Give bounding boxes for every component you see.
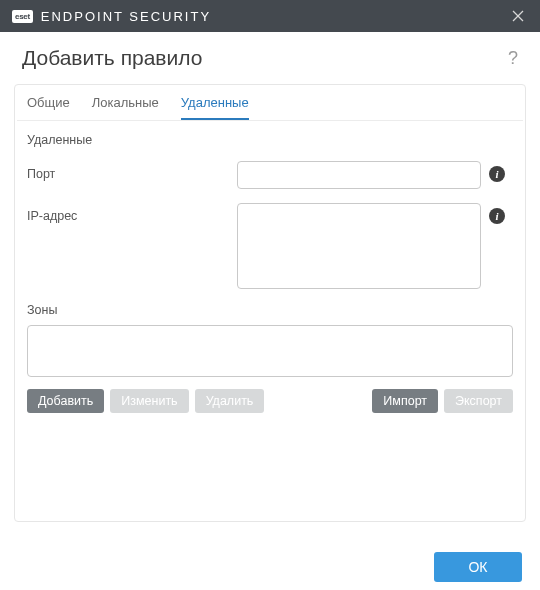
main-panel: Общие Локальные Удаленные Удаленные Порт… [14,84,526,522]
zones-listbox[interactable] [27,325,513,377]
close-icon[interactable] [506,4,530,28]
info-icon[interactable]: i [489,166,505,182]
zone-buttons: Добавить Изменить Удалить Импорт Экспорт [27,389,513,413]
zones-label: Зоны [27,303,513,317]
ip-label: IP-адрес [27,203,237,223]
brand: eset ENDPOINT SECURITY [12,9,211,24]
dialog-header: Добавить правило ? [0,32,540,78]
product-name: ENDPOINT SECURITY [41,9,211,24]
tab-local[interactable]: Локальные [92,95,159,120]
ok-button[interactable]: ОК [434,552,522,582]
dialog-footer: ОК [0,522,540,590]
ip-input[interactable] [237,203,481,289]
export-button: Экспорт [444,389,513,413]
page-title: Добавить правило [22,46,202,70]
port-label: Порт [27,161,237,181]
brand-logo: eset [12,10,33,23]
add-button[interactable]: Добавить [27,389,104,413]
tab-general[interactable]: Общие [27,95,70,120]
tab-remote[interactable]: Удаленные [181,95,249,120]
help-icon[interactable]: ? [508,48,518,69]
tabs: Общие Локальные Удаленные [15,85,525,120]
delete-button: Удалить [195,389,265,413]
port-row: Порт i [27,161,513,189]
ip-row: IP-адрес i [27,203,513,289]
import-button[interactable]: Импорт [372,389,438,413]
info-icon[interactable]: i [489,208,505,224]
section-title: Удаленные [27,133,513,147]
port-input[interactable] [237,161,481,189]
edit-button: Изменить [110,389,188,413]
remote-section: Удаленные Порт i IP-адрес i Зоны Добавит… [15,121,525,413]
titlebar: eset ENDPOINT SECURITY [0,0,540,32]
